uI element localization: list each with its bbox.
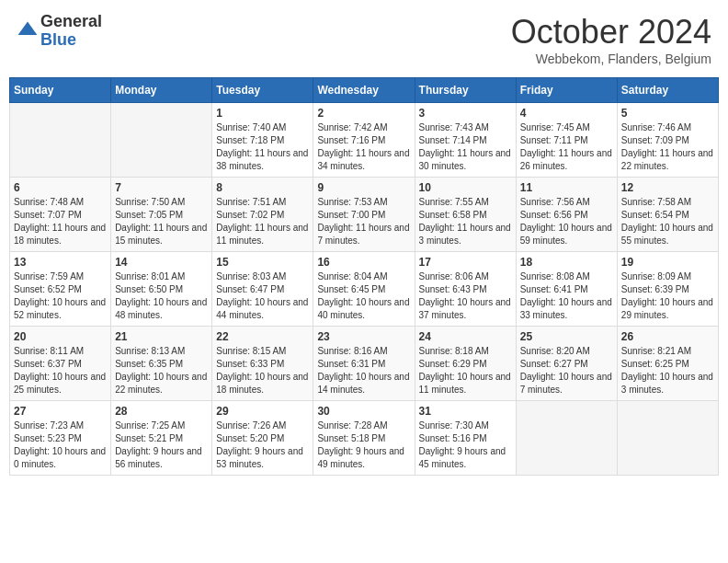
day-info: Sunrise: 8:01 AM Sunset: 6:50 PM Dayligh…: [115, 270, 208, 322]
day-number: 28: [115, 405, 208, 418]
day-info: Sunrise: 8:18 AM Sunset: 6:29 PM Dayligh…: [419, 345, 512, 396]
calendar-cell: 7Sunrise: 7:50 AM Sunset: 7:05 PM Daylig…: [111, 178, 212, 252]
calendar-cell: 10Sunrise: 7:55 AM Sunset: 6:58 PM Dayli…: [415, 178, 516, 252]
day-info: Sunrise: 8:15 AM Sunset: 6:33 PM Dayligh…: [216, 345, 309, 396]
day-number: 29: [216, 405, 309, 418]
day-info: Sunrise: 7:43 AM Sunset: 7:14 PM Dayligh…: [419, 121, 512, 173]
day-info: Sunrise: 8:06 AM Sunset: 6:43 PM Dayligh…: [419, 270, 512, 322]
weekday-header-friday: Friday: [516, 78, 617, 103]
calendar-cell: [617, 401, 718, 476]
calendar-header-row: SundayMondayTuesdayWednesdayThursdayFrid…: [10, 78, 719, 103]
day-number: 7: [115, 181, 208, 194]
logo-icon: [17, 20, 39, 42]
calendar-cell: [516, 401, 617, 476]
calendar-cell: 2Sunrise: 7:42 AM Sunset: 7:16 PM Daylig…: [313, 103, 415, 178]
day-info: Sunrise: 7:26 AM Sunset: 5:20 PM Dayligh…: [216, 419, 309, 471]
day-info: Sunrise: 8:03 AM Sunset: 6:47 PM Dayligh…: [216, 270, 309, 322]
day-info: Sunrise: 7:30 AM Sunset: 5:16 PM Dayligh…: [419, 419, 512, 471]
calendar-cell: 18Sunrise: 8:08 AM Sunset: 6:41 PM Dayli…: [516, 252, 617, 327]
weekday-header-wednesday: Wednesday: [313, 78, 415, 103]
day-number: 10: [419, 181, 512, 194]
day-number: 20: [14, 330, 107, 343]
day-info: Sunrise: 7:48 AM Sunset: 7:07 PM Dayligh…: [14, 196, 107, 247]
calendar-cell: 23Sunrise: 8:16 AM Sunset: 6:31 PM Dayli…: [313, 327, 415, 401]
calendar-cell: 20Sunrise: 8:11 AM Sunset: 6:37 PM Dayli…: [10, 327, 111, 401]
calendar-cell: [111, 103, 212, 178]
weekday-header-sunday: Sunday: [10, 78, 111, 103]
calendar-cell: 28Sunrise: 7:25 AM Sunset: 5:21 PM Dayli…: [111, 401, 212, 476]
day-number: 22: [216, 330, 309, 343]
day-info: Sunrise: 8:20 AM Sunset: 6:27 PM Dayligh…: [520, 345, 613, 396]
day-info: Sunrise: 8:13 AM Sunset: 6:35 PM Dayligh…: [115, 345, 208, 396]
calendar-cell: 17Sunrise: 8:06 AM Sunset: 6:43 PM Dayli…: [415, 252, 516, 327]
logo: General Blue: [17, 13, 102, 50]
day-number: 4: [520, 107, 613, 120]
location: Webbekom, Flanders, Belgium: [511, 52, 711, 66]
calendar-cell: 12Sunrise: 7:58 AM Sunset: 6:54 PM Dayli…: [617, 178, 718, 252]
day-number: 3: [419, 107, 512, 120]
day-info: Sunrise: 7:56 AM Sunset: 6:56 PM Dayligh…: [520, 196, 613, 247]
calendar-cell: 6Sunrise: 7:48 AM Sunset: 7:07 PM Daylig…: [10, 178, 111, 252]
day-number: 18: [520, 256, 613, 269]
day-info: Sunrise: 7:23 AM Sunset: 5:23 PM Dayligh…: [14, 419, 107, 471]
day-info: Sunrise: 7:50 AM Sunset: 7:05 PM Dayligh…: [115, 196, 208, 247]
day-number: 1: [216, 107, 309, 120]
day-number: 16: [317, 256, 410, 269]
calendar-cell: 9Sunrise: 7:53 AM Sunset: 7:00 PM Daylig…: [313, 178, 415, 252]
month-title: October 2024: [511, 13, 711, 52]
calendar-week-row: 13Sunrise: 7:59 AM Sunset: 6:52 PM Dayli…: [10, 252, 719, 327]
calendar-cell: 15Sunrise: 8:03 AM Sunset: 6:47 PM Dayli…: [212, 252, 313, 327]
day-info: Sunrise: 7:25 AM Sunset: 5:21 PM Dayligh…: [115, 419, 208, 471]
calendar-cell: 8Sunrise: 7:51 AM Sunset: 7:02 PM Daylig…: [212, 178, 313, 252]
day-info: Sunrise: 7:46 AM Sunset: 7:09 PM Dayligh…: [621, 121, 714, 173]
calendar-cell: 30Sunrise: 7:28 AM Sunset: 5:18 PM Dayli…: [313, 401, 415, 476]
day-number: 6: [14, 181, 107, 194]
calendar-cell: 3Sunrise: 7:43 AM Sunset: 7:14 PM Daylig…: [415, 103, 516, 178]
calendar-cell: 4Sunrise: 7:45 AM Sunset: 7:11 PM Daylig…: [516, 103, 617, 178]
calendar-week-row: 6Sunrise: 7:48 AM Sunset: 7:07 PM Daylig…: [10, 178, 719, 252]
day-number: 11: [520, 181, 613, 194]
day-info: Sunrise: 8:16 AM Sunset: 6:31 PM Dayligh…: [317, 345, 410, 396]
calendar-cell: 31Sunrise: 7:30 AM Sunset: 5:16 PM Dayli…: [415, 401, 516, 476]
day-info: Sunrise: 8:21 AM Sunset: 6:25 PM Dayligh…: [621, 345, 714, 396]
day-info: Sunrise: 7:51 AM Sunset: 7:02 PM Dayligh…: [216, 196, 309, 247]
day-number: 24: [419, 330, 512, 343]
day-info: Sunrise: 7:42 AM Sunset: 7:16 PM Dayligh…: [317, 121, 410, 173]
day-number: 30: [317, 405, 410, 418]
logo-text: General Blue: [40, 13, 102, 50]
day-number: 25: [520, 330, 613, 343]
day-info: Sunrise: 8:04 AM Sunset: 6:45 PM Dayligh…: [317, 270, 410, 322]
day-info: Sunrise: 7:55 AM Sunset: 6:58 PM Dayligh…: [419, 196, 512, 247]
day-number: 9: [317, 181, 410, 194]
calendar-week-row: 20Sunrise: 8:11 AM Sunset: 6:37 PM Dayli…: [10, 327, 719, 401]
day-info: Sunrise: 7:58 AM Sunset: 6:54 PM Dayligh…: [621, 196, 714, 247]
calendar-cell: 24Sunrise: 8:18 AM Sunset: 6:29 PM Dayli…: [415, 327, 516, 401]
day-number: 27: [14, 405, 107, 418]
day-number: 19: [621, 256, 714, 269]
day-info: Sunrise: 7:45 AM Sunset: 7:11 PM Dayligh…: [520, 121, 613, 173]
svg-marker-0: [18, 21, 38, 34]
calendar-cell: 5Sunrise: 7:46 AM Sunset: 7:09 PM Daylig…: [617, 103, 718, 178]
weekday-header-saturday: Saturday: [617, 78, 718, 103]
day-number: 13: [14, 256, 107, 269]
day-number: 15: [216, 256, 309, 269]
day-number: 26: [621, 330, 714, 343]
day-number: 31: [419, 405, 512, 418]
calendar-cell: 11Sunrise: 7:56 AM Sunset: 6:56 PM Dayli…: [516, 178, 617, 252]
day-number: 8: [216, 181, 309, 194]
day-number: 5: [621, 107, 714, 120]
day-number: 23: [317, 330, 410, 343]
logo-blue: Blue: [40, 31, 102, 50]
day-info: Sunrise: 8:08 AM Sunset: 6:41 PM Dayligh…: [520, 270, 613, 322]
day-number: 12: [621, 181, 714, 194]
calendar-cell: 14Sunrise: 8:01 AM Sunset: 6:50 PM Dayli…: [111, 252, 212, 327]
calendar-week-row: 27Sunrise: 7:23 AM Sunset: 5:23 PM Dayli…: [10, 401, 719, 476]
title-area: October 2024 Webbekom, Flanders, Belgium: [511, 13, 711, 66]
day-number: 21: [115, 330, 208, 343]
page-header: General Blue October 2024 Webbekom, Flan…: [9, 9, 719, 70]
weekday-header-tuesday: Tuesday: [212, 78, 313, 103]
calendar-cell: 29Sunrise: 7:26 AM Sunset: 5:20 PM Dayli…: [212, 401, 313, 476]
day-number: 17: [419, 256, 512, 269]
day-info: Sunrise: 7:28 AM Sunset: 5:18 PM Dayligh…: [317, 419, 410, 471]
weekday-header-thursday: Thursday: [415, 78, 516, 103]
